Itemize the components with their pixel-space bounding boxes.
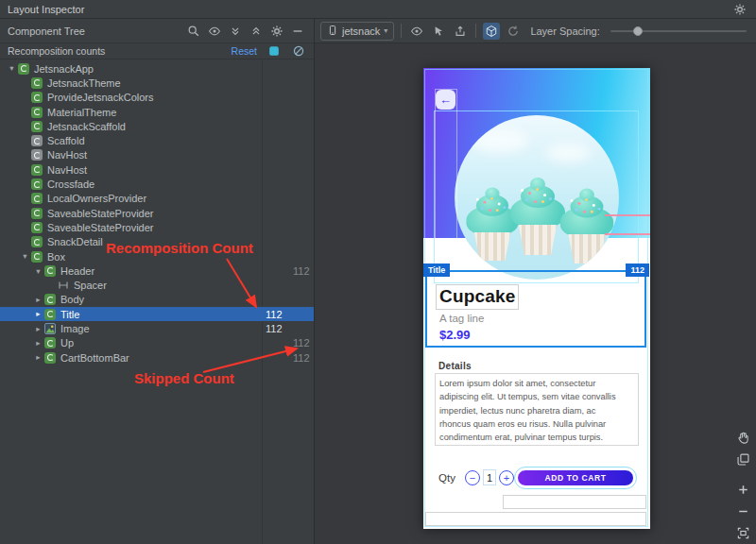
node-label: Up <box>60 337 74 348</box>
back-arrow-icon: ← <box>439 93 452 107</box>
node-label: SaveableStateProvider <box>47 208 154 219</box>
tree-row[interactable]: Spacer <box>0 278 314 292</box>
reset-link[interactable]: Reset <box>232 45 257 57</box>
compose-icon <box>31 107 43 118</box>
panel-divider[interactable] <box>314 19 315 544</box>
recomposition-count: 112 <box>262 309 287 320</box>
refresh-icon[interactable] <box>505 23 522 40</box>
tree-row[interactable]: ▾JetsnackApp <box>0 61 314 76</box>
compose-gray-icon <box>31 149 43 161</box>
compose-icon <box>31 121 43 132</box>
clear-counts-icon[interactable] <box>291 43 306 59</box>
tree-row[interactable]: JetsnackTheme <box>0 76 314 90</box>
compose-icon <box>31 193 43 204</box>
chevron-right-icon[interactable]: ▸ <box>32 353 44 362</box>
layers-icon[interactable] <box>734 450 751 468</box>
compose-icon <box>18 63 29 75</box>
node-label: Crossfade <box>47 178 94 190</box>
node-label: Header <box>60 265 94 277</box>
tree-row[interactable]: LocalOwnersProvider <box>0 192 314 206</box>
node-label: SaveableStateProvider <box>47 222 154 233</box>
chevron-down-icon[interactable]: ▾ <box>32 267 44 276</box>
layout-inspector-window: Layout Inspector Component Tree jetsnack… <box>0 0 756 544</box>
zoom-out-icon[interactable] <box>734 502 751 519</box>
device-screen[interactable]: ← Title 112 Cupcake A tag line $2.99 Det… <box>423 68 650 529</box>
recomposition-count: 112 <box>262 323 287 334</box>
node-label: NavHost <box>47 164 87 176</box>
qty-increase-button[interactable]: + <box>499 470 514 485</box>
chevron-down-icon[interactable]: ▾ <box>19 252 31 261</box>
expand-all-icon[interactable] <box>227 23 244 40</box>
settings-gear-icon[interactable] <box>731 1 748 18</box>
tree-row[interactable]: SaveableStateProvider <box>0 220 314 234</box>
live-updates-icon[interactable] <box>408 23 425 40</box>
tree-row[interactable]: ▸Image112 <box>0 321 314 335</box>
tree-row[interactable]: Crossfade <box>0 177 314 191</box>
product-price: $2.99 <box>439 328 471 342</box>
qty-decrease-button[interactable]: − <box>465 470 480 485</box>
product-tagline: A tag line <box>439 313 484 324</box>
tree-row[interactable]: SaveableStateProvider <box>0 206 314 220</box>
tree-row[interactable]: NavHost <box>0 148 314 162</box>
node-label: LocalOwnersProvider <box>47 193 146 204</box>
slider-thumb[interactable] <box>633 26 643 36</box>
tree-row[interactable]: ▸Up112 <box>0 336 314 350</box>
panel-title: Component Tree <box>8 26 85 37</box>
slider-track[interactable] <box>610 30 747 32</box>
skipped-count: 112 <box>287 352 314 364</box>
compose-icon <box>44 309 56 320</box>
compose-icon <box>44 294 56 305</box>
node-label: JetsnackApp <box>34 63 94 75</box>
tree-row[interactable]: ▾Header112 <box>0 264 314 278</box>
view-controls-toolbar <box>734 429 751 541</box>
tree-row[interactable]: ProvideJetsnackColors <box>0 91 314 105</box>
chevron-right-icon[interactable]: ▸ <box>32 339 44 348</box>
recomposition-count-badge: 112 <box>626 264 649 277</box>
guideline-bottom <box>605 233 650 235</box>
chevron-right-icon[interactable]: ▸ <box>32 325 44 333</box>
pan-icon[interactable] <box>734 429 751 446</box>
process-selector[interactable]: jetsnack ▾ <box>320 22 394 41</box>
tree-row[interactable]: ▸Body <box>0 293 314 307</box>
chevron-down-icon[interactable]: ▾ <box>6 64 18 73</box>
chevron-right-icon[interactable]: ▸ <box>32 310 44 318</box>
search-icon[interactable] <box>185 23 202 40</box>
node-label: JetsnackScaffold <box>47 121 126 132</box>
settings-icon[interactable] <box>268 23 285 40</box>
chevron-right-icon[interactable]: ▸ <box>32 296 44 304</box>
window-title: Layout Inspector <box>8 4 84 15</box>
node-label: NavHost <box>47 149 87 161</box>
layer-spacing-slider[interactable] <box>610 24 747 39</box>
hide-icon[interactable] <box>289 23 306 40</box>
back-button[interactable]: ← <box>436 90 455 110</box>
3d-mode-toggle[interactable] <box>483 23 500 40</box>
highlight-swatch-icon[interactable] <box>266 43 282 59</box>
details-body: Lorem ipsum dolor sit amet, consectetur … <box>435 373 639 446</box>
node-label: SnackDetail <box>47 236 103 247</box>
zoom-in-icon[interactable] <box>734 481 751 498</box>
pick-element-icon[interactable] <box>430 23 447 40</box>
view-options-icon[interactable] <box>206 23 223 40</box>
tree-row[interactable]: SnackDetail <box>0 235 314 249</box>
toolbar-separator <box>475 24 476 38</box>
add-to-cart-button[interactable]: ADD TO CART <box>517 469 634 486</box>
tree-row[interactable]: JetsnackScaffold <box>0 119 314 133</box>
fit-screen-icon[interactable] <box>734 524 751 541</box>
collapse-all-icon[interactable] <box>248 23 265 40</box>
compose-icon <box>31 92 43 103</box>
node-label: ProvideJetsnackColors <box>47 92 154 103</box>
export-icon[interactable] <box>452 23 469 40</box>
compose-icon <box>44 352 56 364</box>
recomposition-counts-label: Recomposition counts <box>8 45 105 57</box>
tree-row[interactable]: ▸CartBottomBar112 <box>0 350 314 365</box>
tree-row[interactable]: MaterialTheme <box>0 105 314 119</box>
tree-row[interactable]: ▾Box <box>0 249 314 264</box>
tree-row[interactable]: ▸Title112 <box>0 307 314 321</box>
node-label: JetsnackTheme <box>47 77 121 89</box>
compose-icon <box>31 222 43 233</box>
toolbar-separator <box>401 24 402 38</box>
tree-row[interactable]: NavHost <box>0 162 314 177</box>
tree-row[interactable]: Scaffold <box>0 133 314 147</box>
back-column-layout-bounds <box>435 89 457 281</box>
compose-icon <box>31 178 43 190</box>
